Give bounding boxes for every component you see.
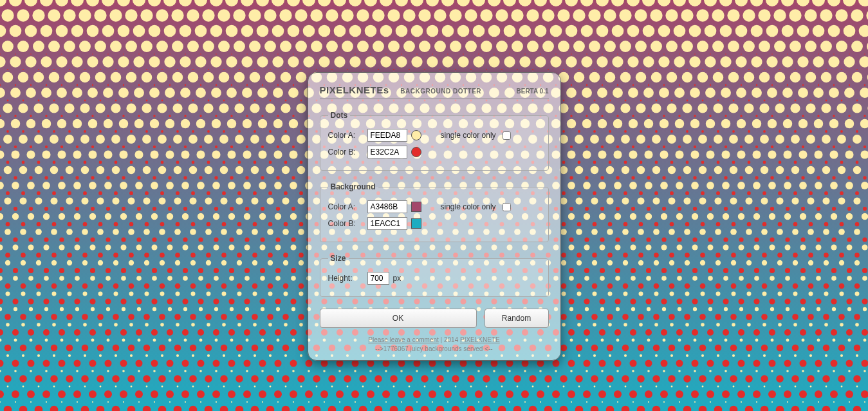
background-legend: Background [328,182,378,191]
brand-title: PIXELKNETEs BACKGROUND DOTTER [320,84,482,96]
panel-footer: Please leave a comment | 2014 PIXELKNETE… [320,336,549,354]
button-row: OK Random [320,309,549,328]
height-label: Height: [328,274,364,283]
size-legend: Size [328,254,349,263]
served-count: -->1776067 juicy backgrounds served <-- [375,345,492,352]
dots-fieldset: Dots Color A: single color only Color B: [320,111,549,171]
brand-subtitle: BACKGROUND DOTTER [400,88,481,95]
dots-color-b-input[interactable] [367,146,407,158]
dots-color-b-label: Color B: [328,148,364,157]
bg-color-a-label: Color A: [328,202,364,211]
background-fieldset: Background Color A: single color only Co… [320,182,549,242]
brand-name: PIXELKNETEs [320,84,389,95]
dots-legend: Dots [328,111,351,120]
version-label: BERTA 0.1 [516,88,548,95]
dots-color-a-label: Color A: [328,131,364,140]
bg-color-a-input[interactable] [367,200,407,213]
dots-color-a-input[interactable] [367,129,407,142]
bg-single-label: single color only [441,202,496,211]
size-fieldset: Size Height: px [320,254,549,297]
bg-color-a-swatch[interactable] [411,202,421,212]
dots-color-b-swatch[interactable] [411,147,421,157]
height-unit: px [393,274,402,283]
random-button[interactable]: Random [485,309,549,328]
bg-color-b-label: Color B: [328,219,364,228]
bg-color-b-swatch[interactable] [411,218,421,229]
dots-single-checkbox[interactable] [503,131,511,140]
site-link[interactable]: PIXELKNETE [460,336,500,343]
footer-sep: | 2014 [439,336,460,343]
ok-button[interactable]: OK [320,309,477,328]
settings-panel: PIXELKNETEs BACKGROUND DOTTER BERTA 0.1 … [308,72,561,361]
height-input[interactable] [367,272,389,285]
bg-single-checkbox[interactable] [503,203,511,211]
bg-color-b-input[interactable] [367,217,407,230]
dots-single-label: single color only [441,131,496,140]
dots-color-a-swatch[interactable] [411,130,421,140]
panel-header: PIXELKNETEs BACKGROUND DOTTER BERTA 0.1 [320,84,549,99]
comment-link[interactable]: Please leave a comment [368,336,439,343]
